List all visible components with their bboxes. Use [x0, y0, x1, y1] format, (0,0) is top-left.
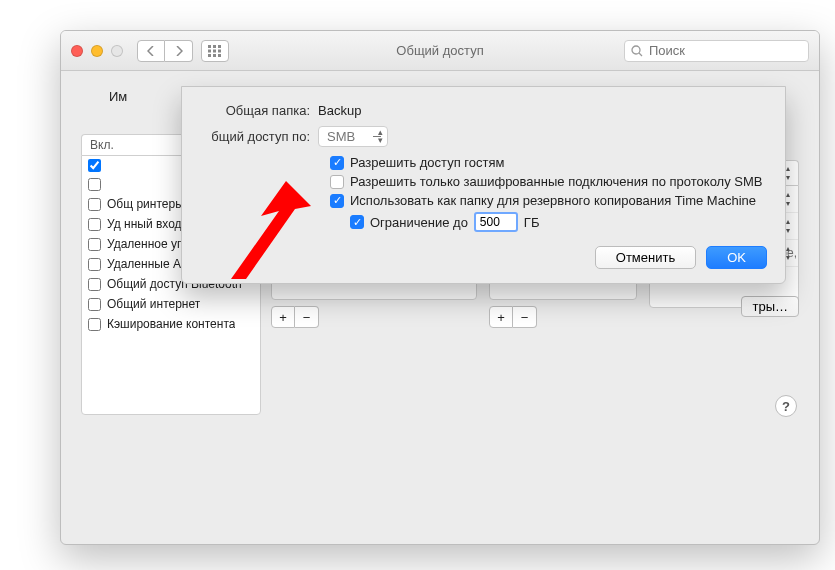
encrypted-only-checkbox[interactable]	[330, 175, 344, 189]
share-via-select[interactable]: SMB ▴▾	[318, 126, 388, 147]
add-folder-button[interactable]: +	[271, 306, 295, 328]
add-user-button[interactable]: +	[489, 306, 513, 328]
service-checkbox[interactable]	[88, 298, 101, 311]
stepper-icon[interactable]: ▴▾	[786, 217, 790, 235]
service-label: Кэширование контента	[107, 317, 235, 331]
service-label: Общ ринтеры	[107, 197, 184, 211]
service-checkbox[interactable]	[88, 258, 101, 271]
service-checkbox[interactable]	[88, 218, 101, 231]
cancel-button[interactable]: Отменить	[595, 246, 696, 269]
service-checkbox[interactable]	[88, 238, 101, 251]
limit-prefix-label: Ограничение до	[370, 215, 468, 230]
service-item[interactable]: Общий интернет	[82, 294, 260, 314]
preferences-window: Общий доступ Им пьютере, Вкл. Общ ринтер…	[60, 30, 820, 545]
share-via-label: бщий доступ по:	[200, 129, 310, 144]
options-button[interactable]: тры…	[741, 296, 799, 317]
limit-checkbox[interactable]	[350, 215, 364, 229]
folders-plus-minus: + −	[271, 306, 477, 328]
share-via-value: SMB	[327, 129, 355, 144]
chevron-updown-icon: ▴▾	[378, 128, 383, 144]
service-label: Уд нный вход	[107, 217, 182, 231]
shared-folder-value: Backup	[318, 103, 361, 118]
users-plus-minus: + −	[489, 306, 637, 328]
remove-folder-button[interactable]: −	[295, 306, 319, 328]
service-checkbox[interactable]	[88, 318, 101, 331]
service-label: Общий интернет	[107, 297, 200, 311]
limit-suffix-label: ГБ	[524, 215, 540, 230]
shared-folder-label: Общая папка:	[200, 103, 310, 118]
titlebar: Общий доступ	[61, 31, 819, 71]
service-checkbox[interactable]	[88, 159, 101, 172]
service-checkbox[interactable]	[88, 278, 101, 291]
encrypted-only-label: Разрешить только зашифрованные подключен…	[350, 174, 762, 189]
remove-user-button[interactable]: −	[513, 306, 537, 328]
ok-button[interactable]: OK	[706, 246, 767, 269]
timemachine-label: Использовать как папку для резервного ко…	[350, 193, 756, 208]
service-item[interactable]: Кэширование контента	[82, 314, 260, 334]
service-checkbox[interactable]	[88, 198, 101, 211]
service-checkbox[interactable]	[88, 178, 101, 191]
allow-guest-label: Разрешить доступ гостям	[350, 155, 504, 170]
limit-value-input[interactable]	[474, 212, 518, 232]
advanced-options-sheet: Общая папка: Backup бщий доступ по: SMB …	[181, 86, 786, 284]
timemachine-checkbox[interactable]	[330, 194, 344, 208]
window-title: Общий доступ	[61, 43, 819, 58]
help-button[interactable]: ?	[775, 395, 797, 417]
stepper-icon[interactable]: ▴▾	[786, 190, 790, 208]
allow-guest-checkbox[interactable]	[330, 156, 344, 170]
